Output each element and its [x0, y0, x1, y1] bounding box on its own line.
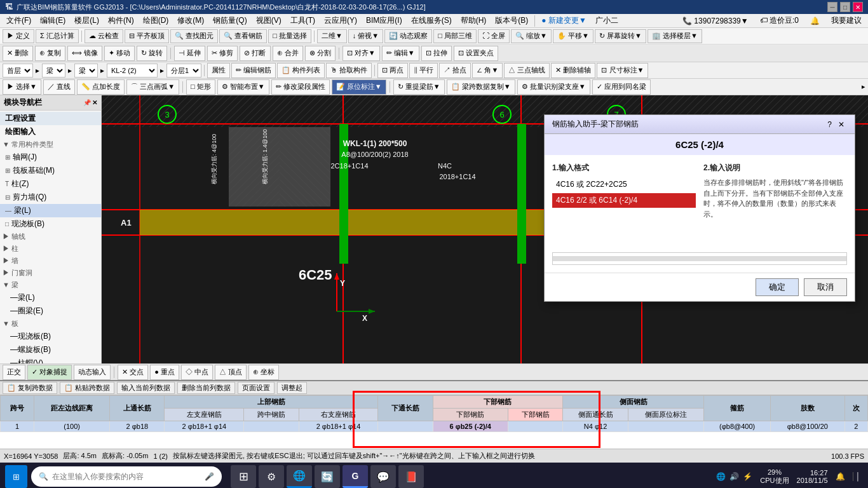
- taskbar-app-pdf[interactable]: 📕: [398, 465, 424, 488]
- modal-ok-btn[interactable]: 确定: [756, 278, 799, 296]
- sidebar-item-column-cap[interactable]: —柱帽(V): [0, 356, 101, 363]
- menu-file[interactable]: 文件(F): [3, 14, 35, 27]
- btn-rotate[interactable]: ↻ 旋转: [137, 46, 167, 61]
- btn-comp-list[interactable]: 📋 构件列表: [277, 63, 325, 78]
- btn-two-point[interactable]: ⊡ 两点: [377, 63, 408, 78]
- modal-cancel-btn[interactable]: 取消: [804, 278, 847, 296]
- btn-dim-note[interactable]: ⊡ 尺寸标注▼: [597, 63, 648, 78]
- btn-select[interactable]: ▶ 选择▼: [3, 79, 41, 95]
- btn-re-extract-beam[interactable]: ↻ 重提梁筋▼: [393, 79, 445, 95]
- menu-price[interactable]: 🏷 造价豆:0: [756, 14, 803, 27]
- menu-bim[interactable]: BIM应用(I): [362, 14, 406, 27]
- btn-adjust[interactable]: 调整起: [277, 382, 307, 394]
- btn-three-point-axis[interactable]: △ 三点轴线: [504, 63, 550, 78]
- btn-in-situ-note[interactable]: 📝 原位标注▼: [332, 79, 386, 95]
- btn-apply-same-name[interactable]: ✓ 应用到同名梁: [592, 79, 651, 95]
- sidebar-item-cast-slab[interactable]: —现浇板(B): [0, 330, 101, 343]
- sidebar-pin-btn[interactable]: 📌: [83, 99, 91, 106]
- btn-dynamic-input[interactable]: 动态输入: [74, 365, 111, 380]
- btn-snap-midpoint[interactable]: ◇ 中点: [181, 365, 213, 380]
- menu-edit[interactable]: 编辑(E): [36, 14, 69, 27]
- sidebar-item-beam[interactable]: —梁(L): [0, 204, 101, 217]
- code-select[interactable]: KL-2 (2): [107, 64, 158, 78]
- sidebar-item-beam-E[interactable]: —圈梁(E): [0, 304, 101, 318]
- btn-snap-endpoint[interactable]: ● 重点: [150, 365, 179, 380]
- taskbar-app-task-view[interactable]: ⊞: [231, 465, 256, 488]
- restore-btn[interactable]: □: [840, 2, 850, 12]
- menu-tools[interactable]: 工具(T): [287, 14, 319, 27]
- taskbar-app-ie[interactable]: 🌐: [287, 465, 312, 488]
- taskbar-app-msg[interactable]: 💬: [370, 465, 396, 488]
- btn-align-top[interactable]: ⊟ 平齐板顶: [125, 29, 169, 43]
- menu-modify[interactable]: 修改(M): [173, 14, 208, 27]
- btn-stretch[interactable]: ⊡ 拉伸: [421, 46, 452, 61]
- show-desktop-btn[interactable]: │: [853, 472, 864, 481]
- tray-notification[interactable]: 🔔: [836, 472, 845, 481]
- taskbar-app-gear[interactable]: ⚙: [259, 465, 284, 488]
- floor-select[interactable]: 首层: [3, 64, 33, 78]
- btn-del-col[interactable]: 删除当前列数据: [177, 382, 235, 394]
- btn-page-setup[interactable]: 页面设置: [238, 382, 275, 394]
- btn-batch-select[interactable]: □ 批量选择: [268, 29, 311, 43]
- sidebar-item-raft[interactable]: ⊞筏板基础(M): [0, 164, 101, 177]
- btn-copy-span[interactable]: 📋 复制跨数据: [3, 382, 57, 394]
- window-controls[interactable]: ─ □ ✕: [827, 2, 863, 12]
- modal-help-btn[interactable]: ?: [825, 120, 834, 129]
- search-bar[interactable]: 🔍 🎤: [31, 466, 222, 487]
- menu-rebar-qty[interactable]: 钢筋量(Q): [209, 14, 250, 27]
- btn-smart-layout[interactable]: ⚙ 智能布置▼: [217, 79, 269, 95]
- btn-line[interactable]: ／ 直线: [43, 79, 75, 95]
- menu-phone[interactable]: 📞 13907298339▼: [679, 15, 752, 27]
- tray-power-icon[interactable]: ⚡: [743, 472, 752, 481]
- btn-input-col[interactable]: 输入当前列数据: [117, 382, 175, 394]
- btn-view-rebar[interactable]: 🔍 查看钢筋: [219, 29, 267, 43]
- btn-calc[interactable]: Σ 汇总计算: [36, 29, 79, 43]
- btn-angle[interactable]: ∠ 角▼: [472, 63, 503, 78]
- menu-bell[interactable]: 🔔: [806, 15, 824, 27]
- btn-point-extend[interactable]: 📏 点加长度: [77, 79, 125, 95]
- menu-online[interactable]: 在线服务(S): [407, 14, 456, 27]
- btn-align[interactable]: ⊡ 对齐▼: [342, 46, 380, 61]
- start-button[interactable]: ⊞: [5, 465, 27, 488]
- name-select[interactable]: 梁: [74, 64, 98, 78]
- close-btn[interactable]: ✕: [853, 2, 863, 12]
- modal-close-btn[interactable]: ✕: [836, 120, 847, 129]
- menu-guangxiao[interactable]: 广小二: [592, 14, 622, 27]
- btn-paste-span[interactable]: 📋 粘贴跨数据: [60, 382, 114, 394]
- btn-parallel[interactable]: ∥ 平行: [409, 63, 438, 78]
- btn-batch-id-support[interactable]: ⚙ 批量识别梁支座▼: [517, 79, 590, 95]
- taskbar-app-ggj[interactable]: G: [342, 465, 368, 488]
- menu-version[interactable]: 版本号(B): [491, 14, 532, 27]
- menu-suggest[interactable]: 我要建议: [827, 14, 865, 27]
- btn-edit-rebar[interactable]: ✏ 编辑▼: [382, 46, 419, 61]
- btn-screen-rotate[interactable]: ↻ 屏幕旋转▼: [595, 29, 646, 43]
- btn-cloud-check[interactable]: ☁ 云检查: [85, 29, 123, 43]
- sidebar-item-spiral-slab[interactable]: —螺旋板(B): [0, 343, 101, 356]
- system-clock[interactable]: 16:27 2018/11/5: [797, 469, 828, 484]
- modal-format-option-2[interactable]: 4C16 2/2 或 6C14 (-2)/4: [552, 193, 696, 208]
- btn-arc[interactable]: ⌒ 三点画弧▼: [126, 79, 179, 95]
- sidebar-close-btn[interactable]: ✕: [92, 99, 97, 106]
- btn-fullscreen[interactable]: ⛶ 全屏: [478, 29, 510, 43]
- btn-local-3d[interactable]: □ 局部三维: [433, 29, 477, 43]
- btn-delete-aux[interactable]: ✕ 删除辅轴: [551, 63, 595, 78]
- btn-dynamic-view[interactable]: 🔄 动态观察: [384, 29, 432, 43]
- sidebar-item-column[interactable]: T柱(Z): [0, 177, 101, 191]
- sidebar-item-project-setup[interactable]: 工程设置: [0, 112, 101, 125]
- toolbar-expand-btn[interactable]: ▸: [862, 83, 865, 91]
- sidebar-item-beam-L[interactable]: —梁(L): [0, 291, 101, 304]
- btn-ortho[interactable]: 正交: [3, 365, 25, 380]
- menu-help[interactable]: 帮助(H): [457, 14, 491, 27]
- btn-trim[interactable]: ✂ 修剪: [207, 46, 238, 61]
- layer-select[interactable]: 分层1: [166, 64, 201, 78]
- btn-find-element[interactable]: 🔍 查找图元: [170, 29, 218, 43]
- tray-network-icon[interactable]: 🌐: [716, 472, 726, 481]
- btn-define[interactable]: ▶ 定义: [3, 29, 34, 43]
- sidebar-item-draw-input[interactable]: 绘图输入: [0, 125, 101, 139]
- tray-volume-icon[interactable]: 🔊: [729, 472, 739, 481]
- btn-extend[interactable]: ⊣ 延伸: [174, 46, 205, 61]
- btn-modify-beam-prop[interactable]: ✏ 修改梁段属性: [271, 79, 330, 95]
- search-input[interactable]: [52, 472, 201, 481]
- btn-snap-coord[interactable]: ⊕ 坐标: [248, 365, 279, 380]
- btn-split[interactable]: ⊗ 分割: [305, 46, 336, 61]
